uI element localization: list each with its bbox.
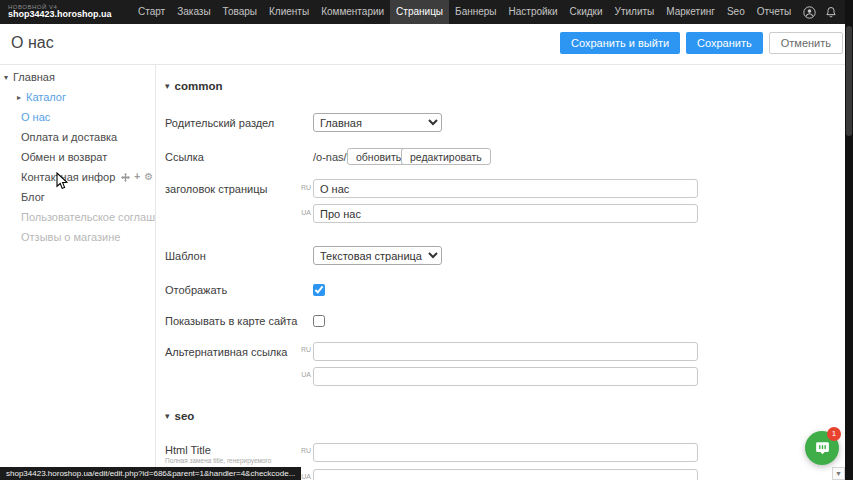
sidebar-item-label: О нас <box>21 111 50 123</box>
move-icon[interactable] <box>121 173 130 182</box>
notifications-icon[interactable] <box>825 6 837 18</box>
top-menu-item[interactable]: Seo <box>721 0 751 24</box>
sidebar-item[interactable]: Пользовательское соглашение <box>0 207 155 227</box>
sidebar-item[interactable]: Блог <box>0 187 155 207</box>
display-label: Отображать <box>165 284 227 296</box>
gear-icon[interactable]: ⚙ <box>144 172 153 182</box>
sidebar-item[interactable]: ▸Каталог <box>0 87 155 107</box>
template-select[interactable]: Текстовая страница <box>313 246 442 265</box>
chevron-down-icon: ▾ <box>165 411 170 421</box>
top-menu-item[interactable]: Клиенты <box>263 0 315 24</box>
lang-tag-ru: RU <box>298 184 311 191</box>
html-title-label: Html Title <box>165 444 211 456</box>
account-icon[interactable] <box>803 6 816 19</box>
sitemap-checkbox[interactable] <box>313 315 325 327</box>
chevron-down-icon: ▾ <box>165 81 170 91</box>
scroll-down-arrow[interactable]: ▼ <box>832 467 845 480</box>
sidebar-item[interactable]: Оплата и доставка <box>0 127 155 147</box>
top-menu-item[interactable]: Комментарии <box>315 0 390 24</box>
sidebar-item-label: Главная <box>13 71 55 83</box>
sidebar-item-label: Каталог <box>26 91 66 103</box>
section-common[interactable]: ▾ common <box>165 80 222 92</box>
top-menu-item[interactable]: Маркетинг <box>660 0 721 24</box>
link-value: /o-nas/ <box>313 151 347 163</box>
display-checkbox[interactable] <box>313 284 325 296</box>
alt-link-ru-input[interactable] <box>313 342 698 361</box>
scrollbar-thumb[interactable] <box>846 26 852 136</box>
sidebar-item-label: Блог <box>21 191 45 203</box>
lang-tag-ru: RU <box>298 447 311 454</box>
window-scrollbar[interactable] <box>845 0 853 480</box>
top-menu-item[interactable]: Утилиты <box>609 0 661 24</box>
page-title: О нас <box>11 34 54 52</box>
parent-section-select[interactable]: Главная <box>313 113 442 132</box>
sidebar-item-label: Пользовательское соглашение <box>21 211 155 223</box>
header-buttons: Сохранить и выйти Сохранить Отменить <box>560 32 843 54</box>
sidebar-item[interactable]: Обмен и возврат <box>0 147 155 167</box>
lang-tag-ua: UA <box>298 209 311 216</box>
lang-tag-ru: RU <box>298 346 311 353</box>
top-menu-item[interactable]: Скидки <box>564 0 609 24</box>
alt-link-label: Альтернативная ссылка <box>165 346 287 358</box>
chat-unread-badge: 1 <box>827 427 841 441</box>
top-menu-item[interactable]: Настройки <box>503 0 564 24</box>
link-label: Ссылка <box>165 151 204 163</box>
html-title-ru-input[interactable] <box>313 443 698 462</box>
section-seo[interactable]: ▾ seo <box>165 410 194 422</box>
sidebar-item[interactable]: ▾Главная <box>0 67 155 87</box>
topbar-icons <box>803 6 837 19</box>
sidebar-item[interactable]: Контактная инфор+⚙ <box>0 167 155 187</box>
browser-status-bar: shop34423.horoshop.ua/edit/edit.php?id=6… <box>0 467 301 480</box>
html-title-hint: Полная замена title, генерируемого <box>165 457 315 464</box>
sidebar-item-label: Отзывы о магазине <box>21 231 120 243</box>
save-button[interactable]: Сохранить <box>686 32 763 54</box>
template-label: Шаблон <box>165 250 206 262</box>
page-title-ua-input[interactable] <box>313 204 698 223</box>
sidebar-item[interactable]: Отзывы о магазине <box>0 227 155 247</box>
lang-tag-ua: UA <box>298 371 311 378</box>
top-menu-item[interactable]: Старт <box>132 0 171 24</box>
top-menu: СтартЗаказыТоварыКлиентыКомментарииСтран… <box>132 0 797 24</box>
sidebar-page-tree: ▾Главная▸КаталогО насОплата и доставкаОб… <box>0 65 156 480</box>
page-title-ru-input[interactable] <box>313 179 698 198</box>
page-header: О нас Сохранить и выйти Сохранить Отмени… <box>0 24 853 65</box>
top-menu-item[interactable]: Отчеты <box>751 0 798 24</box>
link-edit-button[interactable]: редактировать <box>401 148 491 165</box>
chat-icon <box>814 440 831 457</box>
chevron-right-icon[interactable]: ▸ <box>17 93 26 102</box>
cancel-button[interactable]: Отменить <box>769 32 843 54</box>
chevron-down-icon[interactable]: ▾ <box>4 73 13 82</box>
chat-widget-button[interactable]: 1 <box>805 431 839 465</box>
html-title-ua-input[interactable] <box>313 469 698 480</box>
section-seo-label: seo <box>175 410 195 422</box>
sidebar-item-label: Контактная инфор <box>21 171 115 183</box>
top-menu-item[interactable]: Баннеры <box>449 0 502 24</box>
top-menu-item[interactable]: Страницы <box>390 0 449 24</box>
add-icon[interactable]: + <box>134 172 140 182</box>
sidebar-item-label: Обмен и возврат <box>21 151 107 163</box>
sitemap-label: Показывать в карте сайта <box>165 315 297 327</box>
sidebar-item-label: Оплата и доставка <box>21 131 117 143</box>
topbar: НОВОВНОЙ V4 shop34423.horoshop.ua СтартЗ… <box>0 0 853 24</box>
save-and-exit-button[interactable]: Сохранить и выйти <box>560 32 680 54</box>
main-form: ▾ common Родительский раздел Главная Ссы… <box>157 65 845 480</box>
sidebar-item[interactable]: О нас <box>0 107 155 127</box>
section-common-label: common <box>175 80 223 92</box>
top-menu-item[interactable]: Товары <box>217 0 263 24</box>
page-title-field-label: заголовок страницы <box>165 183 267 195</box>
brand-logo[interactable]: НОВОВНОЙ V4 shop34423.horoshop.ua <box>8 4 126 20</box>
tree-item-tools: +⚙ <box>121 172 155 182</box>
top-menu-item[interactable]: Заказы <box>171 0 216 24</box>
brand-domain: shop34423.horoshop.ua <box>8 10 126 20</box>
alt-link-ua-input[interactable] <box>313 367 698 386</box>
parent-section-label: Родительский раздел <box>165 117 274 129</box>
